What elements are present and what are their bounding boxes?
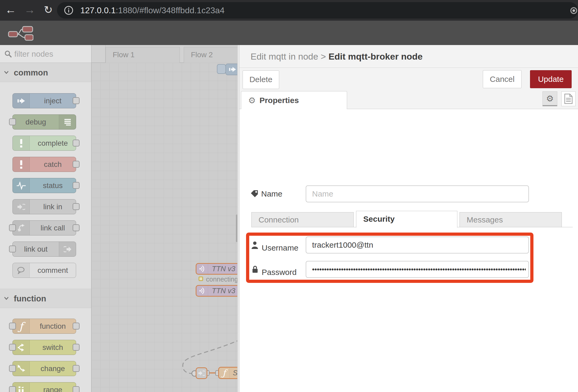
node-red-logo-icon — [8, 25, 33, 41]
username-input[interactable] — [306, 237, 529, 253]
canvas-node-mqtt-ttn-join[interactable]: TTN v3 - jo — [196, 285, 237, 297]
output-port[interactable] — [73, 182, 80, 189]
address-bar[interactable]: 127.0.0.1:1880/#flow/348ffbdd.1c23a4 — [57, 2, 578, 19]
exclamation-icon — [13, 157, 30, 172]
output-port[interactable] — [73, 323, 80, 329]
update-button[interactable]: Update — [530, 70, 572, 88]
palette-node-label: catch — [30, 157, 76, 172]
password-input[interactable] — [306, 261, 529, 278]
palette-node-catch[interactable]: catch — [12, 157, 76, 172]
tab-connection[interactable]: Connection — [251, 212, 354, 227]
palette-node-change[interactable]: change — [12, 361, 76, 376]
canvas-node-label: TTN v3 - U — [212, 264, 237, 274]
input-port[interactable] — [9, 344, 16, 351]
link-in-icon — [198, 370, 205, 376]
link-in-icon — [13, 199, 30, 214]
tab-security[interactable]: Security — [356, 211, 457, 228]
palette-node-function[interactable]: ƒ function — [12, 319, 76, 334]
canvas-node-mqtt-ttn-uplink[interactable]: TTN v3 - U — [196, 263, 237, 275]
inject-arrow-icon — [229, 66, 237, 73]
tab-messages[interactable]: Messages — [459, 212, 562, 227]
palette-node-label: function — [30, 319, 76, 334]
node-red-browser-window: ← → ↻ 127.0.0.1:1880/#flow/348ffbdd.1c23… — [0, 0, 578, 392]
tag-icon — [251, 190, 259, 198]
palette-search-placeholder: filter nodes — [14, 45, 53, 63]
palette-node-label: switch — [30, 340, 76, 355]
breadcrumb-current: Edit mqtt-broker node — [329, 51, 423, 61]
output-port[interactable] — [73, 161, 80, 168]
browser-forward-icon[interactable]: → — [23, 0, 37, 21]
user-icon — [251, 241, 259, 249]
palette-node-label: status — [30, 178, 76, 193]
palette-node-label: link in — [30, 199, 76, 215]
palette-node-label: link out — [13, 242, 59, 257]
page-info-icon[interactable] — [64, 6, 73, 15]
palette-category-function[interactable]: function — [0, 289, 91, 308]
output-port[interactable] — [73, 203, 80, 210]
inject-button[interactable] — [217, 64, 226, 74]
canvas-node-label: S — [233, 368, 237, 378]
input-port[interactable] — [9, 118, 16, 125]
browser-reload-icon[interactable]: ↻ — [41, 0, 55, 21]
palette-node-link-call[interactable]: link call — [12, 220, 76, 235]
username-field-label: Username — [262, 239, 298, 256]
edit-form: Name Connection Security Messages Userna… — [239, 109, 578, 392]
exclamation-icon — [13, 136, 30, 150]
node-settings-button[interactable]: ⚙ — [542, 91, 557, 106]
palette-node-label: link call — [30, 221, 76, 236]
input-port[interactable] — [9, 365, 16, 372]
browser-extension-icon[interactable] — [570, 7, 578, 15]
inject-arrow-icon — [13, 93, 30, 108]
gear-icon: ⚙ — [248, 95, 256, 105]
output-port[interactable] — [73, 365, 80, 372]
palette-node-complete[interactable]: complete — [12, 136, 76, 151]
document-icon — [564, 93, 573, 104]
input-port[interactable] — [9, 323, 16, 329]
tray-resize-handle[interactable] — [237, 45, 239, 392]
output-port[interactable] — [73, 97, 80, 104]
pulse-icon — [13, 178, 30, 193]
tab-properties[interactable]: ⚙ Properties — [241, 91, 347, 109]
palette-node-comment[interactable]: comment — [12, 263, 76, 278]
input-port[interactable] — [9, 386, 16, 392]
input-port[interactable] — [9, 246, 16, 252]
palette-category-common[interactable]: common — [0, 63, 91, 82]
palette-node-status[interactable]: status — [12, 178, 76, 193]
palette-node-link-out[interactable]: link out — [12, 242, 76, 257]
cancel-button[interactable]: Cancel — [483, 70, 522, 88]
url-host: 127.0.0.1 — [80, 6, 116, 15]
output-port[interactable] — [73, 386, 80, 392]
category-label: common — [14, 63, 48, 82]
output-port[interactable] — [73, 344, 80, 351]
name-input[interactable] — [306, 185, 529, 202]
link-out-icon — [59, 242, 76, 256]
mqtt-broadcast-icon — [196, 286, 208, 296]
category-label: function — [14, 289, 46, 308]
node-docs-button[interactable] — [561, 91, 576, 106]
canvas-node-inject-partial[interactable] — [225, 64, 237, 75]
flow-canvas[interactable]: Flow 1 Flow 2 TTN v3 - U connecting — [91, 45, 237, 392]
palette-node-debug[interactable]: debug — [12, 114, 76, 130]
breadcrumb-parent[interactable]: Edit mqtt in node — [251, 51, 318, 61]
node-status-icon — [199, 277, 203, 281]
output-port[interactable] — [73, 140, 80, 146]
delete-button[interactable]: Delete — [243, 70, 279, 89]
output-port[interactable] — [73, 224, 80, 231]
canvas-node-function[interactable]: ƒ S — [218, 367, 237, 379]
edit-tray: Edit mqtt in node > Edit mqtt-broker nod… — [239, 45, 578, 392]
palette-node-range[interactable]: range — [12, 382, 76, 392]
chevron-down-icon — [4, 296, 9, 300]
browser-back-icon[interactable]: ← — [4, 0, 17, 21]
node-red-header — [0, 21, 578, 45]
palette-node-inject[interactable]: inject — [12, 93, 76, 108]
search-icon — [4, 50, 12, 58]
palette-node-switch[interactable]: switch — [12, 340, 76, 355]
function-f-icon: ƒ — [219, 368, 230, 378]
browser-toolbar: ← → ↻ 127.0.0.1:1880/#flow/348ffbdd.1c23… — [0, 0, 578, 21]
breadcrumb: Edit mqtt in node > Edit mqtt-broker nod… — [239, 45, 578, 68]
canvas-node-link-in[interactable] — [196, 367, 207, 379]
input-port[interactable] — [9, 224, 16, 231]
palette-search-input[interactable]: filter nodes — [0, 45, 91, 63]
palette-node-link-in[interactable]: link in — [12, 199, 76, 214]
palette-node-label: debug — [13, 115, 59, 130]
